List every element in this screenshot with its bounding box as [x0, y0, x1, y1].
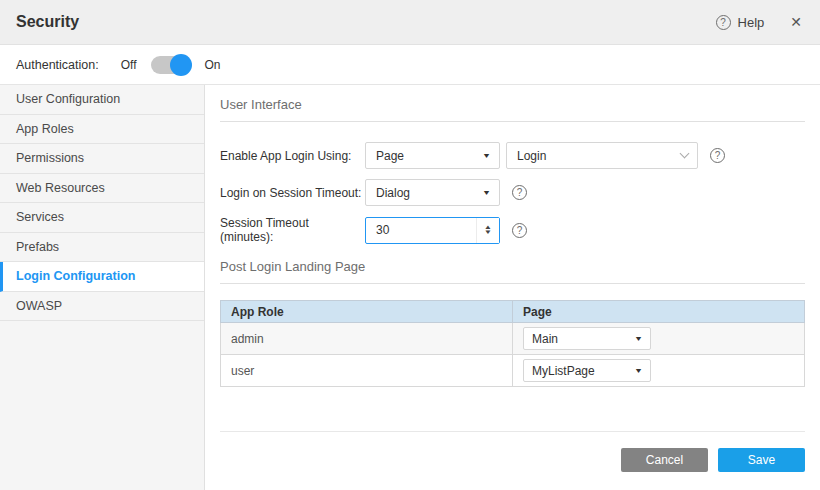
login-type-select[interactable]: Page ▼ [365, 142, 500, 169]
sidebar-item-login-configuration[interactable]: Login Configuration [0, 262, 204, 292]
post-login-table: App Role Page admin Main ▼ [220, 300, 805, 387]
section-title-post-login: Post Login Landing Page [220, 259, 805, 284]
sidebar-item-owasp[interactable]: OWASP [0, 292, 204, 322]
column-header-app-role: App Role [221, 301, 513, 323]
toggle-knob [170, 54, 192, 76]
help-icon: ? [716, 15, 731, 30]
timeout-login-help-icon[interactable]: ? [512, 185, 527, 200]
session-timeout-input[interactable]: 30 ▲ ▼ [365, 217, 500, 244]
save-button[interactable]: Save [718, 448, 805, 472]
session-timeout-row: Session Timeout (minutes): 30 ▲ ▼ ? [220, 216, 805, 244]
toggle-off-label: Off [121, 58, 137, 72]
page-cell: MyListPage ▼ [513, 355, 805, 387]
help-button[interactable]: ? Help [716, 15, 765, 30]
dialog-body: User Configuration App Roles Permissions… [0, 85, 820, 490]
sidebar-item-user-configuration[interactable]: User Configuration [0, 85, 204, 115]
cancel-button[interactable]: Cancel [621, 448, 708, 472]
table-row: admin Main ▼ [221, 323, 805, 355]
session-timeout-value: 30 [366, 218, 476, 243]
main-content: User Interface Enable App Login Using: P… [205, 85, 820, 490]
security-dialog: Security ? Help ✕ Authentication: Off On… [0, 0, 820, 490]
user-page-value: MyListPage [532, 364, 595, 378]
authentication-toggle[interactable] [151, 56, 191, 74]
footer-actions: Cancel Save [220, 431, 805, 490]
chevron-down-icon [680, 149, 690, 159]
dropdown-arrow-icon: ▼ [482, 152, 491, 159]
dropdown-arrow-icon: ▼ [634, 335, 643, 342]
page-cell: Main ▼ [513, 323, 805, 355]
admin-page-value: Main [532, 332, 558, 346]
enable-app-login-label: Enable App Login Using: [220, 149, 365, 163]
sidebar-item-app-roles[interactable]: App Roles [0, 115, 204, 145]
session-timeout-help-icon[interactable]: ? [512, 223, 527, 238]
close-icon[interactable]: ✕ [790, 15, 802, 29]
stepper-down-icon: ▼ [484, 230, 492, 235]
session-timeout-login-label: Login on Session Timeout: [220, 186, 365, 200]
session-timeout-label: Session Timeout (minutes): [220, 216, 365, 244]
sidebar-item-permissions[interactable]: Permissions [0, 144, 204, 174]
session-timeout-login-row: Login on Session Timeout: Dialog ▼ ? [220, 179, 805, 206]
table-header-row: App Role Page [221, 301, 805, 323]
titlebar: Security ? Help ✕ [0, 0, 820, 45]
section-title-user-interface: User Interface [220, 97, 805, 122]
toggle-on-label: On [205, 58, 221, 72]
authentication-label: Authentication: [16, 58, 99, 72]
help-label: Help [738, 15, 765, 30]
sidebar-item-services[interactable]: Services [0, 203, 204, 233]
table-row: user MyListPage ▼ [221, 355, 805, 387]
login-type-value: Page [376, 149, 404, 163]
role-cell-admin: admin [221, 323, 513, 355]
login-page-select[interactable]: Login [506, 142, 698, 169]
timeout-login-value: Dialog [376, 186, 410, 200]
enable-app-login-row: Enable App Login Using: Page ▼ Login ? [220, 142, 805, 169]
admin-page-select[interactable]: Main ▼ [523, 327, 651, 350]
page-title: Security [16, 13, 79, 31]
sidebar-item-prefabs[interactable]: Prefabs [0, 233, 204, 263]
dropdown-arrow-icon: ▼ [482, 189, 491, 196]
enable-login-help-icon[interactable]: ? [710, 148, 725, 163]
dropdown-arrow-icon: ▼ [634, 367, 643, 374]
authentication-row: Authentication: Off On [0, 45, 820, 85]
sidebar-item-web-resources[interactable]: Web Resources [0, 174, 204, 204]
number-stepper[interactable]: ▲ ▼ [476, 218, 499, 243]
timeout-login-select[interactable]: Dialog ▼ [365, 179, 500, 206]
login-page-value: Login [517, 149, 546, 163]
user-page-select[interactable]: MyListPage ▼ [523, 359, 651, 382]
sidebar: User Configuration App Roles Permissions… [0, 85, 205, 490]
column-header-page: Page [513, 301, 805, 323]
role-cell-user: user [221, 355, 513, 387]
